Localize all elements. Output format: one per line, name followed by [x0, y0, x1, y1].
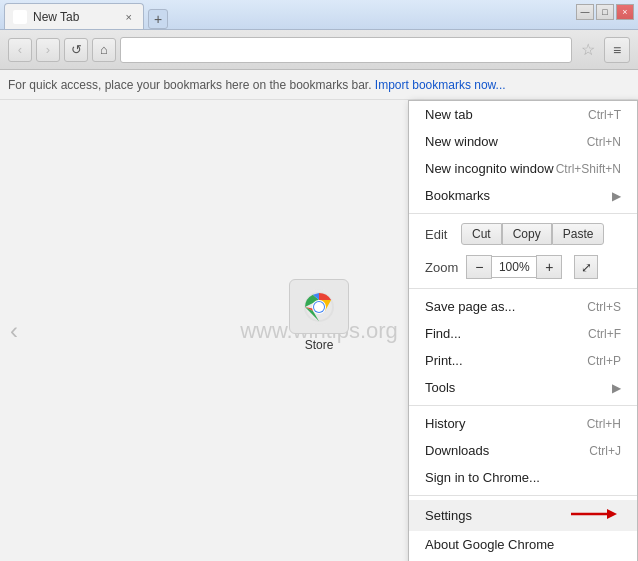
edit-group: Cut Copy Paste: [461, 223, 604, 245]
active-tab[interactable]: New Tab ×: [4, 3, 144, 29]
bookmarks-bar-text: For quick access, place your bookmarks h…: [8, 78, 372, 92]
store-icon-area: Store: [289, 279, 349, 352]
menu-divider-2: [409, 288, 637, 289]
forward-button[interactable]: ›: [36, 38, 60, 62]
new-tab-button[interactable]: +: [148, 9, 168, 29]
edit-zoom-section: Edit Cut Copy Paste: [409, 218, 637, 250]
bookmark-star-button[interactable]: ☆: [576, 38, 600, 62]
zoom-in-button[interactable]: +: [536, 255, 562, 279]
chrome-menu-button[interactable]: ≡: [604, 37, 630, 63]
store-label: Store: [305, 338, 334, 352]
back-button[interactable]: ‹: [8, 38, 32, 62]
svg-point-4: [314, 302, 324, 312]
close-button[interactable]: ×: [616, 4, 634, 20]
menu-item-downloads[interactable]: Downloads Ctrl+J: [409, 437, 637, 464]
refresh-button[interactable]: ↺: [64, 38, 88, 62]
menu-item-about[interactable]: About Google Chrome: [409, 531, 637, 558]
minimize-button[interactable]: —: [576, 4, 594, 20]
left-nav-arrow[interactable]: ‹: [10, 317, 18, 345]
bookmarks-bar: For quick access, place your bookmarks h…: [0, 70, 638, 100]
menu-item-bookmarks[interactable]: Bookmarks ▶: [409, 182, 637, 209]
menu-item-new-tab[interactable]: New tab Ctrl+T: [409, 101, 637, 128]
chrome-dropdown-menu: New tab Ctrl+T New window Ctrl+N New inc…: [408, 100, 638, 561]
address-bar[interactable]: [120, 37, 572, 63]
svg-marker-6: [607, 509, 617, 519]
menu-item-sign-in[interactable]: Sign in to Chrome...: [409, 464, 637, 491]
menu-item-save-page[interactable]: Save page as... Ctrl+S: [409, 293, 637, 320]
tab-close-button[interactable]: ×: [123, 10, 135, 24]
chrome-logo-svg: [301, 289, 337, 325]
menu-item-history[interactable]: History Ctrl+H: [409, 410, 637, 437]
zoom-section: Zoom − 100% + ⤢: [409, 250, 637, 284]
home-button[interactable]: ⌂: [92, 38, 116, 62]
settings-arrow-indicator: [571, 506, 621, 525]
zoom-group: − 100% +: [466, 255, 562, 279]
copy-button[interactable]: Copy: [502, 223, 552, 245]
import-bookmarks-link[interactable]: Import bookmarks now...: [375, 78, 506, 92]
menu-item-new-incognito[interactable]: New incognito window Ctrl+Shift+N: [409, 155, 637, 182]
menu-divider-3: [409, 405, 637, 406]
zoom-label: Zoom: [425, 260, 458, 275]
tab-area: New Tab × +: [0, 0, 168, 29]
menu-item-settings[interactable]: Settings: [409, 500, 637, 531]
edit-label: Edit: [425, 227, 453, 242]
title-bar: New Tab × + — □ ×: [0, 0, 638, 30]
zoom-out-button[interactable]: −: [466, 255, 492, 279]
tab-favicon: [13, 10, 27, 24]
maximize-button[interactable]: □: [596, 4, 614, 20]
menu-item-print[interactable]: Print... Ctrl+P: [409, 347, 637, 374]
chrome-store-icon[interactable]: [289, 279, 349, 334]
main-content: www.wintips.org ‹: [0, 100, 638, 561]
paste-button[interactable]: Paste: [552, 223, 605, 245]
menu-item-new-window[interactable]: New window Ctrl+N: [409, 128, 637, 155]
menu-item-find[interactable]: Find... Ctrl+F: [409, 320, 637, 347]
window-controls: — □ ×: [576, 4, 634, 20]
cut-button[interactable]: Cut: [461, 223, 502, 245]
menu-divider-1: [409, 213, 637, 214]
nav-bar: ‹ › ↺ ⌂ ☆ ≡: [0, 30, 638, 70]
tab-title: New Tab: [33, 10, 117, 24]
zoom-value: 100%: [492, 256, 536, 278]
menu-divider-4: [409, 495, 637, 496]
fullscreen-button[interactable]: ⤢: [574, 255, 598, 279]
menu-item-tools[interactable]: Tools ▶: [409, 374, 637, 401]
